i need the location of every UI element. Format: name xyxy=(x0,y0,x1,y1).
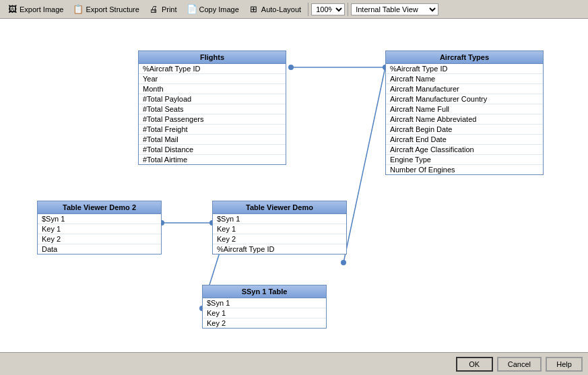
table-row: Aircraft Name Full xyxy=(386,104,543,114)
table-row: Key 2 xyxy=(213,234,346,244)
button-bar: OK Cancel Help xyxy=(0,352,588,375)
auto-layout-button[interactable]: ⊞ Auto-Layout xyxy=(244,2,305,17)
table-row: #Total Freight xyxy=(139,125,286,135)
cancel-button[interactable]: Cancel xyxy=(497,357,542,372)
aircraft-types-table-body: %Aircraft Type ID Aircraft Name Aircraft… xyxy=(386,64,543,174)
table-viewer-demo: Table Viewer Demo $Syn 1 Key 1 Key 2 %Ai… xyxy=(212,201,347,254)
table-row: Aircraft Name Abbreviated xyxy=(386,114,543,125)
canvas-area: Flights %Aircraft Type ID Year Month #To… xyxy=(0,19,588,352)
table-row: $Syn 1 xyxy=(38,214,161,224)
ok-button[interactable]: OK xyxy=(456,357,493,372)
export-structure-icon: 📋 xyxy=(73,4,84,15)
table-viewer-demo-body: $Syn 1 Key 1 Key 2 %Aircraft Type ID xyxy=(213,214,346,254)
table-row: $Syn 1 xyxy=(213,214,346,224)
table-row: #Total Airtime xyxy=(139,155,286,164)
help-button[interactable]: Help xyxy=(546,357,583,372)
print-button[interactable]: 🖨 Print xyxy=(145,2,181,17)
auto-layout-icon: ⊞ xyxy=(249,4,259,15)
table-row: %Aircraft Type ID xyxy=(139,64,286,74)
table-row: Month xyxy=(139,84,286,94)
svg-point-0 xyxy=(288,65,294,70)
toolbar-separator xyxy=(308,3,308,16)
table-row: #Total Seats xyxy=(139,104,286,114)
table-row: Aircraft Name xyxy=(386,74,543,84)
table-row: #Total Payload xyxy=(139,94,286,104)
table-row: Key 1 xyxy=(38,224,161,234)
table-row: #Total Mail xyxy=(139,135,286,145)
table-row: Key 2 xyxy=(203,318,326,328)
ssyn1-table-body: $Syn 1 Key 1 Key 2 xyxy=(203,298,326,328)
svg-point-6 xyxy=(341,260,346,265)
table-row: Aircraft Manufacturer xyxy=(386,84,543,94)
table-row: %Aircraft Type ID xyxy=(213,244,346,254)
table-row: Year xyxy=(139,74,286,84)
flights-table-header: Flights xyxy=(139,51,286,64)
export-image-button[interactable]: 🖼 Export Image xyxy=(3,2,67,17)
table-row: Key 1 xyxy=(203,308,326,318)
table-row: $Syn 1 xyxy=(203,298,326,308)
table-viewer-demo2-header: Table Viewer Demo 2 xyxy=(38,201,161,214)
table-row: Key 1 xyxy=(213,224,346,234)
table-row: Aircraft End Date xyxy=(386,135,543,145)
export-structure-button[interactable]: 📋 Export Structure xyxy=(69,2,143,17)
print-icon: 🖨 xyxy=(149,4,160,15)
export-image-icon: 🖼 xyxy=(7,4,18,15)
ssyn1-table-header: SSyn 1 Table xyxy=(203,285,326,298)
table-row: Data xyxy=(38,244,161,254)
table-viewer-demo2: Table Viewer Demo 2 $Syn 1 Key 1 Key 2 D… xyxy=(37,201,162,254)
table-row: Engine Type xyxy=(386,155,543,165)
toolbar-separator2 xyxy=(348,3,348,16)
table-row: #Total Passengers xyxy=(139,114,286,125)
table-row: %Aircraft Type ID xyxy=(386,64,543,74)
table-row: Number Of Engines xyxy=(386,165,543,174)
toolbar: 🖼 Export Image 📋 Export Structure 🖨 Prin… xyxy=(0,0,588,19)
view-select[interactable]: Internal Table View External Table View xyxy=(351,3,438,15)
table-row: #Total Distance xyxy=(139,145,286,155)
table-viewer-demo2-body: $Syn 1 Key 1 Key 2 Data xyxy=(38,214,161,254)
flights-table: Flights %Aircraft Type ID Year Month #To… xyxy=(138,50,286,165)
zoom-select[interactable]: 100% 75% 50% 150% xyxy=(311,3,345,15)
table-row: Aircraft Age Classification xyxy=(386,145,543,155)
ssyn1-table: SSyn 1 Table $Syn 1 Key 1 Key 2 xyxy=(202,285,327,329)
svg-line-7 xyxy=(344,67,385,263)
table-row: Key 2 xyxy=(38,234,161,244)
table-viewer-demo-header: Table Viewer Demo xyxy=(213,201,346,214)
aircraft-types-table: Aircraft Types %Aircraft Type ID Aircraf… xyxy=(385,50,544,175)
copy-image-button[interactable]: 📄 Copy Image xyxy=(183,2,243,17)
copy-image-icon: 📄 xyxy=(187,4,197,15)
flights-table-body: %Aircraft Type ID Year Month #Total Payl… xyxy=(139,64,286,164)
table-row: Aircraft Begin Date xyxy=(386,125,543,135)
aircraft-types-table-header: Aircraft Types xyxy=(386,51,543,64)
table-row: Aircraft Manufacturer Country xyxy=(386,94,543,104)
